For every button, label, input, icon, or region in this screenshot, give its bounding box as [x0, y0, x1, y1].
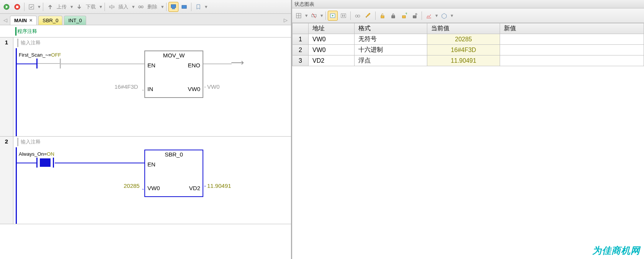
row-number[interactable]: 3 [293, 55, 309, 66]
wire [61, 64, 144, 64]
svg-point-15 [355, 15, 358, 17]
function-block-movw[interactable]: MOV_W EN ENO IN VW0 [144, 50, 203, 98]
compile-icon[interactable] [26, 2, 36, 12]
tab-main[interactable]: MAIN ✕ [10, 16, 37, 25]
dropdown-arrow-icon[interactable]: ▾ [320, 11, 324, 21]
program-comment[interactable]: 程序注释 [0, 25, 291, 37]
separator [24, 3, 25, 11]
network-2: 2 输入注释 Always_On=ON SBR_0 EN VW0 VD2 202… [0, 137, 291, 224]
binoculars-icon[interactable] [353, 11, 363, 21]
separator [166, 3, 167, 11]
separator [191, 3, 191, 11]
row-number[interactable]: 1 [293, 34, 309, 45]
col-address[interactable]: 地址 [309, 23, 355, 34]
network-number[interactable]: 2 [0, 137, 13, 224]
contact-label: Always_On=ON [19, 150, 54, 157]
cell-address[interactable]: VW0 [309, 45, 355, 55]
tab-sbr[interactable]: SBR_0 [38, 16, 62, 25]
cell-new[interactable] [500, 34, 644, 45]
row-number[interactable]: 2 [293, 45, 309, 55]
network-comment[interactable]: 输入注释 [13, 37, 291, 48]
tab-label: INT_0 [68, 18, 82, 23]
dropdown-arrow-icon[interactable]: ▾ [131, 2, 135, 12]
delete-icon[interactable] [136, 2, 146, 12]
wire [55, 163, 144, 163]
power-rail [16, 48, 17, 136]
col-current[interactable]: 当前值 [427, 23, 500, 34]
lock-open-icon[interactable] [378, 11, 387, 21]
dropdown-arrow-icon[interactable]: ▾ [204, 2, 208, 12]
wire [17, 163, 37, 163]
view-mode2-icon[interactable] [179, 2, 189, 12]
ladder-editor[interactable]: 程序注释 1 输入注释 First_Scan_~=OFF MOV_W EN EN… [0, 25, 291, 259]
dropdown-arrow-icon[interactable]: ▾ [37, 2, 41, 12]
input-value: 20285 [124, 182, 140, 189]
separator [350, 11, 351, 20]
cell-address[interactable]: VD2 [309, 55, 355, 66]
lock-search-icon[interactable] [410, 11, 420, 21]
insert-icon[interactable] [107, 2, 117, 12]
table-row[interactable]: 3VD2浮点11.90491 [293, 55, 644, 66]
lock-icon[interactable] [388, 11, 398, 21]
download-icon[interactable] [74, 2, 84, 12]
port-in: VW0 [147, 185, 160, 191]
tag-icon[interactable] [439, 11, 449, 21]
dropdown-arrow-icon[interactable]: ▾ [435, 11, 438, 21]
output-value: 11.90491 [207, 182, 231, 189]
contact-closed[interactable] [36, 158, 54, 168]
port-out: VD2 [189, 185, 200, 191]
upload-icon[interactable] [45, 2, 55, 12]
close-icon[interactable]: ✕ [29, 18, 33, 23]
monitor-run-icon[interactable] [328, 11, 338, 21]
pencil-icon[interactable] [363, 11, 373, 21]
lock-add-icon[interactable]: + [399, 11, 409, 21]
grid-icon[interactable] [294, 11, 304, 21]
network-1: 1 输入注释 First_Scan_~=OFF MOV_W EN ENO IN … [0, 37, 291, 137]
dropdown-arrow-icon[interactable]: ▾ [450, 11, 454, 21]
svg-rect-17 [381, 16, 384, 18]
terminator-icon: ⟶ [231, 57, 244, 68]
view-mode1-icon[interactable] [168, 2, 178, 12]
svg-rect-18 [392, 16, 395, 18]
cell-new[interactable] [500, 55, 644, 66]
delete-label[interactable]: 删除 [147, 3, 160, 10]
svg-rect-2 [16, 6, 18, 8]
run-icon[interactable] [2, 2, 11, 12]
dropdown-arrow-icon[interactable]: ▾ [304, 11, 308, 21]
table-row[interactable]: 1VW0无符号20285 [293, 34, 644, 45]
cell-format[interactable]: 浮点 [355, 55, 427, 66]
input-value: 16#4F3D [114, 83, 138, 90]
dropdown-arrow-icon[interactable]: ▾ [160, 2, 164, 12]
monitor-pause-icon[interactable] [338, 11, 348, 21]
function-block-sbr[interactable]: SBR_0 EN VW0 VD2 [144, 150, 203, 197]
cell-new[interactable] [500, 45, 644, 55]
svg-point-22 [415, 13, 417, 15]
insert-label[interactable]: 插入 [118, 3, 131, 10]
bookmark-icon[interactable] [193, 2, 203, 12]
svg-rect-8 [182, 5, 186, 8]
cell-address[interactable]: VW0 [309, 34, 355, 45]
table-row[interactable]: 2VW0十六进制16#4F3D [293, 45, 644, 55]
upload-label[interactable]: 上传 [56, 3, 69, 10]
separator [43, 3, 43, 11]
col-format[interactable]: 格式 [355, 23, 427, 34]
tab-int[interactable]: INT_0 [64, 16, 86, 25]
delete-row-icon[interactable] [309, 11, 319, 21]
network-number[interactable]: 1 [0, 37, 13, 136]
stop-icon[interactable] [12, 2, 22, 12]
contact-no[interactable] [36, 59, 61, 68]
port-out: VW0 [188, 86, 200, 92]
network-comment[interactable]: 输入注释 [13, 137, 291, 147]
cell-format[interactable]: 十六进制 [355, 45, 427, 55]
col-rownum[interactable] [293, 23, 309, 34]
contact-label: First_Scan_~=OFF [19, 51, 61, 58]
col-new[interactable]: 新值 [500, 23, 644, 34]
tab-nav-left-icon[interactable]: ◁ [2, 16, 9, 24]
download-label[interactable]: 下载 [85, 3, 98, 10]
tab-nav-right-icon[interactable]: ▷ [282, 16, 289, 24]
dropdown-arrow-icon[interactable]: ▾ [99, 2, 103, 12]
status-table[interactable]: 地址 格式 当前值 新值 1VW0无符号202852VW0十六进制16#4F3D… [292, 23, 644, 259]
dropdown-arrow-icon[interactable]: ▾ [70, 2, 74, 12]
cell-format[interactable]: 无符号 [355, 34, 427, 45]
chart-icon[interactable] [424, 11, 434, 21]
